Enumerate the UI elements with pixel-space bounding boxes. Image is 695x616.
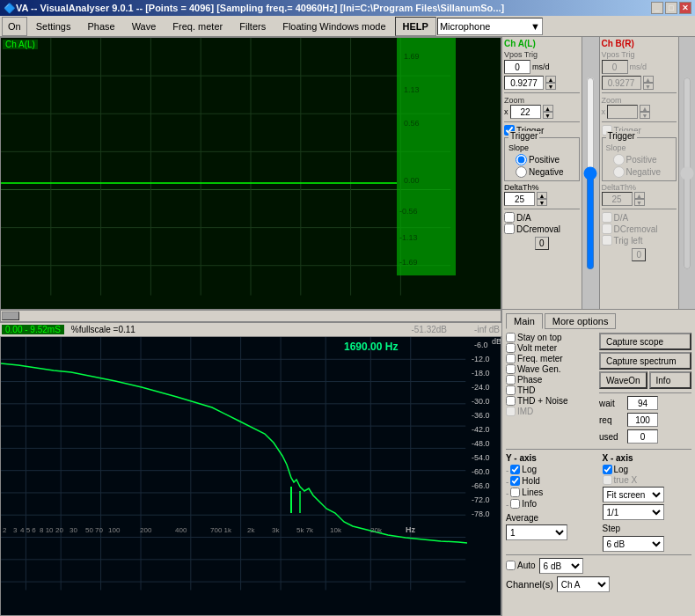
svg-text:-1.69: -1.69	[399, 258, 418, 267]
capture-spectrum-btn[interactable]: Capture spectrum	[599, 352, 691, 370]
thd-cb[interactable]	[506, 385, 516, 395]
zoom-val-b	[607, 105, 638, 119]
vpos-val-a[interactable]	[504, 76, 544, 90]
deltath-down-a[interactable]: ▼	[537, 199, 547, 206]
fit-screen-select[interactable]: Fit screen Manual	[603, 487, 664, 502]
svg-text:1.69: 1.69	[404, 52, 420, 61]
x-log-label: Log	[614, 465, 629, 474]
channel-row: Channel(s) Ch A Ch B Ch A+B	[506, 576, 691, 592]
deltath-up-a[interactable]: ▲	[537, 192, 547, 199]
ch-a-slider-container	[582, 37, 600, 309]
svg-text:200: 200	[140, 526, 152, 534]
y-lines-cb[interactable]	[510, 488, 520, 497]
menu-settings[interactable]: Settings	[28, 17, 79, 36]
ch-a-header: Ch A(L)	[504, 39, 580, 48]
wave-gen-cb[interactable]	[506, 364, 516, 374]
info-btn[interactable]: Info	[649, 371, 691, 389]
wave-on-btn[interactable]: WaveOn	[599, 371, 647, 389]
req-input[interactable]	[627, 413, 658, 427]
trigger-group-label-b: Trigger	[606, 131, 637, 141]
y-log-cb[interactable]	[510, 465, 520, 474]
menu-freq-meter[interactable]: Freq. meter	[165, 17, 230, 36]
slope-label-b: Slope	[606, 143, 673, 152]
ratio-select[interactable]: 1/1 1/2 1/4	[603, 504, 664, 520]
svg-text:50 70: 50 70	[85, 526, 104, 534]
wait-label: wait	[599, 399, 624, 408]
svg-text:-54.0: -54.0	[472, 453, 490, 462]
maximize-button[interactable]: □	[665, 2, 677, 14]
dcremoval-checkbox-a[interactable]	[504, 224, 515, 234]
ch-a-controls: Ch A(L) Vpos Trig ms/d ▲ ▼ Zoom x	[502, 37, 582, 309]
ch-a-vslider[interactable]	[583, 77, 597, 270]
y-hold-cb[interactable]	[510, 476, 520, 486]
trig-left-label-b: Trig left	[614, 236, 643, 246]
zero-btn-b[interactable]: 0	[632, 248, 646, 261]
x-true-cb	[603, 475, 612, 485]
negative-label-a: Negative	[529, 167, 563, 177]
channel-select[interactable]: Ch A Ch B Ch A+B	[557, 576, 610, 592]
vpos-down-a[interactable]: ▼	[545, 83, 556, 90]
svg-text:4 5 6: 4 5 6	[20, 526, 36, 534]
menu-wave[interactable]: Wave	[124, 17, 165, 36]
minimize-button[interactable]: _	[651, 2, 663, 14]
svg-text:-78.0: -78.0	[472, 510, 490, 518]
positive-radio-b	[613, 154, 625, 165]
used-input[interactable]	[627, 429, 658, 444]
menu-on[interactable]: On	[2, 17, 27, 36]
zoom-down-a[interactable]: ▼	[543, 112, 553, 119]
da-checkbox-a[interactable]	[504, 212, 515, 223]
auto-channel-row: Auto 6 dB	[506, 558, 691, 574]
zoom-label-b: Zoom	[602, 96, 677, 105]
svg-text:100: 100	[108, 526, 121, 534]
step-select[interactable]: 6 dB 3 dB 10 dB	[603, 536, 664, 552]
ch-b-controls: Ch B(R) Vpos Trig ms/d ▲ ▼ Zoom x	[600, 37, 680, 309]
wave-gen-label: Wave Gen.	[517, 364, 561, 374]
scope-db-value-a: -51.32dB	[411, 325, 447, 334]
left-section: 1.69 1.13 0.56 0.00 -0.56 -1.13 -1.69 Ch…	[0, 37, 501, 616]
menu-phase[interactable]: Phase	[79, 17, 122, 36]
trigger-group-a: Trigger Slope Positive Negative	[504, 137, 580, 181]
stay-on-top-cb[interactable]	[506, 333, 516, 342]
menu-filters[interactable]: Filters	[231, 17, 274, 36]
svg-text:-66.0: -66.0	[472, 481, 490, 490]
ch-a-label: Ch A(L)	[3, 40, 38, 49]
freq-meter-cb[interactable]	[506, 354, 516, 363]
microphone-dropdown[interactable]: Microphone ▼	[437, 18, 543, 35]
dcremoval-label-b: DCremoval	[614, 224, 658, 234]
scope-db-value-b: -inf dB	[447, 325, 500, 334]
zoom-val-a[interactable]	[510, 105, 541, 119]
close-button[interactable]: ✕	[679, 2, 691, 14]
tab-more-options[interactable]: More options	[545, 313, 617, 329]
y-info-cb[interactable]	[510, 499, 520, 509]
menu-floating-windows[interactable]: Floating Windows mode	[274, 17, 393, 36]
svg-text:1.13: 1.13	[404, 85, 420, 94]
zoom-x-label-a: x	[504, 107, 508, 116]
vpos-val-b	[602, 76, 641, 90]
scope-scrollbar[interactable]	[0, 310, 501, 322]
deltath-val-a[interactable]	[504, 192, 535, 206]
app-icon: 🔷	[4, 3, 16, 14]
vpos-up-b: ▲	[643, 76, 654, 83]
phase-cb[interactable]	[506, 375, 516, 385]
vpos-input-a[interactable]	[504, 60, 530, 74]
auto-cb[interactable]	[506, 561, 516, 570]
tab-main[interactable]: Main	[506, 313, 543, 329]
negative-radio-a[interactable]	[516, 166, 527, 178]
average-label: Average	[506, 513, 596, 523]
auto-step-select[interactable]: 6 dB	[539, 558, 583, 574]
scope-percent-value: 0.11	[118, 325, 135, 334]
zero-btn-a[interactable]: 0	[535, 237, 549, 250]
positive-radio-a[interactable]	[516, 154, 527, 165]
wait-input[interactable]	[627, 396, 658, 410]
svg-text:-36.0: -36.0	[472, 411, 490, 420]
x-log-cb[interactable]	[603, 465, 612, 474]
menu-help[interactable]: HELP	[395, 17, 436, 36]
zoom-up-a[interactable]: ▲	[543, 105, 553, 112]
thd-noise-cb[interactable]	[506, 396, 516, 406]
da-label-b: D/A	[614, 213, 629, 223]
vpos-up-a[interactable]: ▲	[545, 76, 556, 83]
capture-scope-btn[interactable]: Capture scope	[599, 333, 691, 350]
volt-meter-cb[interactable]	[506, 343, 516, 353]
average-select[interactable]: 1 2 4 8	[506, 524, 567, 540]
da-checkbox-b	[602, 212, 612, 223]
